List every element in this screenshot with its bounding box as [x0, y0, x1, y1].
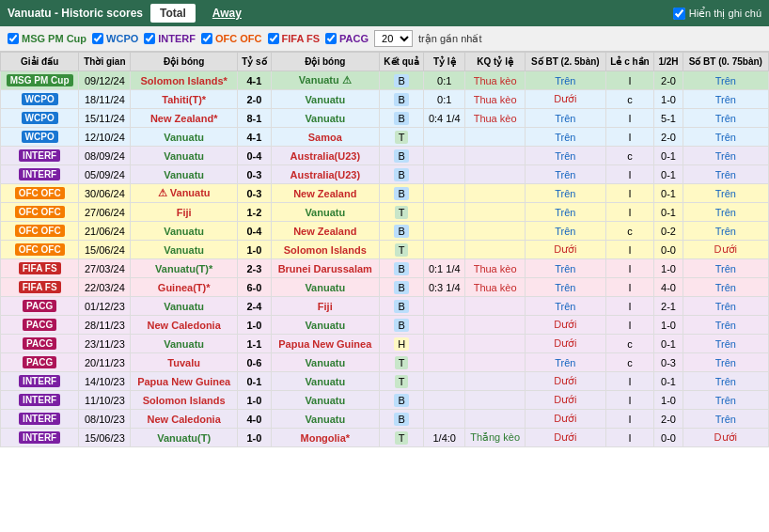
col-team1: Đội bóng	[131, 53, 238, 71]
count-select[interactable]: 20304050	[374, 30, 413, 47]
cell-kqtyle	[465, 147, 526, 165]
cell-team2: Australia(U23)	[271, 147, 379, 165]
cell-lec: I	[605, 71, 654, 90]
table-header-row: Giải đấu Thời gian Đội bóng Tỷ số Đội bó…	[1, 53, 769, 71]
table-row: WCPO12/10/24Vanuatu4-1SamoaTTrênI2-0Trên	[1, 128, 769, 147]
col-result: Kết quả	[379, 53, 424, 71]
cell-result: B	[379, 109, 424, 128]
col-lec: Lẻ c hần	[605, 53, 654, 71]
cell-ratio	[424, 353, 465, 372]
cell-team2: Solomon Islands	[271, 241, 379, 259]
cell-kqtyle	[465, 297, 526, 316]
filter-ofcofc-checkbox[interactable]	[201, 33, 212, 44]
cell-team1: Vanuatu	[131, 222, 238, 241]
cell-sobt2: Trên	[683, 410, 768, 429]
cell-team1: ⚠ Vanuatu	[131, 184, 238, 203]
cell-sobt2: Trên	[683, 259, 768, 278]
cell-lec: I	[605, 372, 654, 391]
cell-team1: New Caledonia	[131, 316, 238, 335]
cell-half: 0-2	[654, 222, 683, 241]
filter-ofcofc-label: OFC OFC	[215, 33, 262, 44]
cell-date: 08/10/23	[79, 410, 131, 429]
filter-interf-checkbox[interactable]	[144, 33, 155, 44]
table-row: INTERF05/09/24Vanuatu0-3Australia(U23)BT…	[1, 165, 769, 184]
cell-team2: Vanuatu	[271, 353, 379, 372]
cell-lec: I	[605, 203, 654, 222]
cell-comp: INTERF	[1, 410, 79, 429]
cell-kqtyle	[465, 335, 526, 353]
top-bar: Vanuatu - Historic scores Total Away Hiể…	[0, 0, 769, 26]
cell-result: T	[379, 128, 424, 147]
cell-team2: Mongolia*	[271, 429, 379, 447]
cell-team1: New Caledonia	[131, 410, 238, 429]
cell-team1: Guinea(T)*	[131, 278, 238, 297]
cell-team1: Fiji	[131, 203, 238, 222]
cell-ratio	[424, 372, 465, 391]
cell-ratio	[424, 410, 465, 429]
cell-sobt2: Trên	[683, 335, 768, 353]
cell-result: T	[379, 241, 424, 259]
cell-half: 1-0	[654, 259, 683, 278]
filter-pacg-checkbox[interactable]	[325, 33, 337, 44]
cell-kqtyle	[465, 203, 526, 222]
col-ratio: Tỷ lệ	[424, 53, 465, 71]
cell-date: 22/03/24	[79, 278, 131, 297]
cell-team1: Vanuatu	[131, 147, 238, 165]
cell-comp: FIFA FS	[1, 278, 79, 297]
col-half: 1/2H	[654, 53, 683, 71]
cell-sobt2: Dưới	[683, 241, 768, 259]
filter-wcpo-checkbox[interactable]	[92, 33, 103, 44]
cell-date: 21/06/24	[79, 222, 131, 241]
cell-sobt2: Trên	[683, 316, 768, 335]
cell-kqtyle: Thua kèo	[465, 259, 526, 278]
cell-team2: Vanuatu ⚠	[271, 71, 379, 90]
cell-date: 14/10/23	[79, 372, 131, 391]
table-row: OFC OFC15/06/24Vanuatu1-0Solomon Islands…	[1, 241, 769, 259]
show-notes-checkbox[interactable]	[673, 8, 685, 20]
cell-team2: Australia(U23)	[271, 165, 379, 184]
cell-team1: Vanuatu	[131, 297, 238, 316]
filter-fifafs-checkbox[interactable]	[268, 33, 279, 44]
cell-kqtyle	[465, 241, 526, 259]
cell-team1: Solomon Islands*	[131, 71, 238, 90]
cell-team2: Vanuatu	[271, 109, 379, 128]
cell-comp: PACG	[1, 297, 79, 316]
table-row: OFC OFC30/06/24⚠ Vanuatu0-3New ZealandBT…	[1, 184, 769, 203]
cell-comp: OFC OFC	[1, 241, 79, 259]
cell-comp: INTERF	[1, 165, 79, 184]
table-row: PACG28/11/23New Caledonia1-0VanuatuBDưới…	[1, 316, 769, 335]
cell-lec: I	[605, 297, 654, 316]
table-row: OFC OFC21/06/24Vanuatu0-4New ZealandBTrê…	[1, 222, 769, 241]
cell-ratio	[424, 335, 465, 353]
cell-team2: Vanuatu	[271, 278, 379, 297]
table-row: INTERF08/10/23New Caledonia4-0VanuatuBDư…	[1, 410, 769, 429]
tab-away[interactable]: Away	[203, 4, 251, 23]
cell-ratio	[424, 128, 465, 147]
cell-result: B	[379, 316, 424, 335]
cell-result: T	[379, 372, 424, 391]
cell-team1: Vanuatu	[131, 128, 238, 147]
cell-team2: Vanuatu	[271, 203, 379, 222]
cell-ratio: 0:1	[424, 90, 465, 109]
filter-msg-label: MSG PM Cup	[22, 33, 86, 44]
tab-total[interactable]: Total	[150, 4, 196, 23]
cell-lec: c	[605, 353, 654, 372]
cell-score: 0-6	[237, 353, 271, 372]
table-row: WCPO18/11/24Tahiti(T)*2-0VanuatuB0:1Thua…	[1, 90, 769, 109]
cell-score: 2-0	[237, 90, 271, 109]
cell-lec: I	[605, 278, 654, 297]
cell-sobt2: Trên	[683, 109, 768, 128]
cell-sobt1: Trên	[526, 297, 605, 316]
cell-result: B	[379, 147, 424, 165]
cell-score: 0-4	[237, 222, 271, 241]
cell-lec: I	[605, 184, 654, 203]
filter-msg-checkbox[interactable]	[8, 33, 19, 44]
cell-score: 0-1	[237, 372, 271, 391]
cell-sobt2: Dưới	[683, 429, 768, 447]
cell-sobt1: Dưới	[526, 372, 605, 391]
cell-sobt1: Trên	[526, 109, 605, 128]
cell-lec: I	[605, 109, 654, 128]
table-row: FIFA FS22/03/24Guinea(T)*6-0VanuatuB0:3 …	[1, 278, 769, 297]
col-comp: Giải đấu	[1, 53, 79, 71]
cell-date: 27/06/24	[79, 203, 131, 222]
